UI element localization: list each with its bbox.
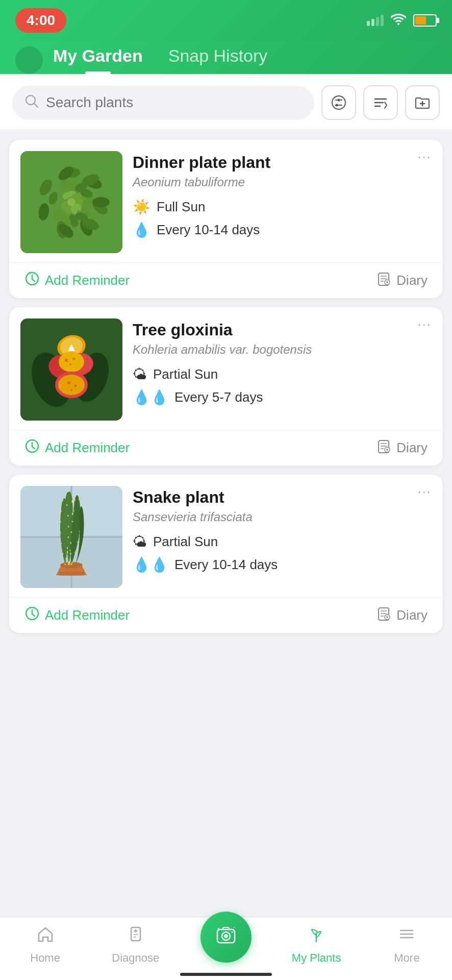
plant-card-dinner-plate: Dinner plate plant Aeonium tabuliforme ☀… [9,140,443,298]
battery-icon [413,14,437,27]
water-icon-dinner-plate: 💧 [133,222,150,238]
diary-button-snake-plant[interactable]: Diary [376,606,428,625]
plant-sun-dinner-plate: ☀️ Full Sun [133,199,432,215]
nav-tabs: My Garden Snap History [53,46,267,74]
camera-icon [215,923,237,950]
plant-image-tree-gloxinia [20,318,122,421]
header-nav: My Garden Snap History [15,46,437,74]
plant-image-dinner-plate [20,151,122,253]
sun-icon-dinner-plate: ☀️ [133,199,150,215]
diary-button-dinner-plate[interactable]: Diary [376,271,428,290]
home-indicator [180,973,272,976]
plant-info-tree-gloxinia: Tree gloxinia Kohleria amabilis var. bog… [133,318,432,421]
water-label-snake-plant: Every 10-14 days [174,557,278,573]
water-label-dinner-plate: Every 10-14 days [157,222,260,238]
add-reminder-label-tree-gloxinia: Add Reminder [45,440,130,456]
tab-my-garden[interactable]: My Garden [53,46,143,74]
plant-card-main: Dinner plate plant Aeonium tabuliforme ☀… [9,140,443,262]
svg-point-65 [69,363,71,365]
diary-icon-snake-plant [376,606,391,625]
more-menu-snake-plant[interactable]: ··· [417,484,432,500]
svg-point-62 [59,352,84,372]
diary-label-tree-gloxinia: Diary [396,440,428,456]
status-icons [367,13,437,29]
sun-icon-tree-gloxinia: 🌤 [133,366,147,383]
add-reminder-button-snake-plant[interactable]: Add Reminder [24,606,130,625]
svg-point-44 [92,197,110,207]
plant-info-dinner-plate: Dinner plate plant Aeonium tabuliforme ☀… [133,151,432,253]
svg-point-67 [58,375,85,395]
plant-latin-snake-plant: Sansevieria trifasciata [133,510,432,524]
svg-point-69 [74,385,77,387]
plant-card-footer-dinner-plate: Add Reminder Diary [9,262,443,298]
nav-camera-button[interactable] [200,912,252,963]
sun-label-snake-plant: Partial Sun [153,534,218,550]
more-menu-tree-gloxinia[interactable]: ··· [417,316,432,332]
svg-point-70 [70,389,72,391]
nav-my-plants-label: My Plants [292,951,341,965]
diagnose-icon [126,924,145,948]
plant-card-footer-tree-gloxinia: Add Reminder Diary [9,430,443,465]
plant-water-tree-gloxinia: 💧💧 Every 5-7 days [133,389,432,406]
nav-more[interactable]: More [381,924,432,965]
search-area [0,74,452,130]
nav-diagnose-label: Diagnose [112,951,159,965]
reminder-icon-snake-plant [24,606,40,625]
nav-home-label: Home [30,951,60,965]
nav-my-plants[interactable]: My Plants [291,924,342,965]
svg-point-105 [234,927,235,928]
wifi-icon [391,13,406,29]
plant-sun-snake-plant: 🌤 Partial Sun [133,533,432,550]
history-filter-button[interactable] [321,85,356,120]
plant-name-tree-gloxinia: Tree gloxinia [133,321,432,339]
plant-sun-tree-gloxinia: 🌤 Partial Sun [133,366,432,383]
nav-home[interactable]: Home [20,924,71,965]
svg-rect-95 [131,927,140,941]
plant-card-snake-plant: Snake plant Sansevieria trifasciata 🌤 Pa… [9,475,443,633]
plant-name-snake-plant: Snake plant [133,488,432,507]
more-menu-dinner-plate[interactable]: ··· [417,149,432,165]
plant-name-dinner-plate: Dinner plate plant [133,153,432,172]
plant-list: Dinner plate plant Aeonium tabuliforme ☀… [0,130,452,643]
sort-button[interactable] [363,85,398,120]
diary-label-dinner-plate: Diary [396,273,428,288]
sun-icon-snake-plant: 🌤 [133,533,147,550]
add-reminder-label-dinner-plate: Add Reminder [45,273,130,288]
plant-latin-tree-gloxinia: Kohleria amabilis var. bogotensis [133,342,432,357]
water-label-tree-gloxinia: Every 5-7 days [174,389,263,405]
plant-card-main-snake: Snake plant Sansevieria trifasciata 🌤 Pa… [9,475,443,597]
add-reminder-button-tree-gloxinia[interactable]: Add Reminder [24,438,130,457]
add-reminder-button-dinner-plate[interactable]: Add Reminder [24,271,130,290]
diary-button-tree-gloxinia[interactable]: Diary [376,438,428,457]
tab-snap-history[interactable]: Snap History [168,46,268,74]
plant-image-snake-plant [20,486,122,588]
plant-card-tree-gloxinia: Tree gloxinia Kohleria amabilis var. bog… [9,307,443,465]
diary-icon-tree-gloxinia [376,438,391,457]
nav-more-label: More [394,951,419,965]
add-reminder-label-snake-plant: Add Reminder [45,607,130,623]
battery-fill [415,16,426,24]
diary-label-snake-plant: Diary [396,607,428,623]
water-icon-snake-plant: 💧💧 [133,556,168,573]
plant-latin-dinner-plate: Aeonium tabuliforme [133,175,432,189]
avatar [15,46,43,74]
home-icon [36,924,55,948]
nav-diagnose[interactable]: Diagnose [110,924,161,965]
search-input[interactable] [46,94,302,111]
plant-card-footer-snake-plant: Add Reminder Diary [9,597,443,633]
sun-label-tree-gloxinia: Partial Sun [153,366,218,382]
status-bar: 4:00 [0,0,452,41]
content-scroll: Dinner plate plant Aeonium tabuliforme ☀… [0,74,452,725]
svg-point-104 [217,928,219,929]
status-time: 4:00 [15,8,66,33]
my-plants-icon [307,924,326,948]
sun-label-dinner-plate: Full Sun [157,199,205,215]
diary-icon-dinner-plate [376,271,391,290]
add-folder-button[interactable] [405,85,440,120]
bottom-nav: Home Diagnose [0,917,452,980]
search-box[interactable] [12,86,314,120]
svg-point-64 [73,358,76,360]
svg-point-103 [231,931,233,933]
search-icon [24,94,39,112]
plant-info-snake-plant: Snake plant Sansevieria trifasciata 🌤 Pa… [133,486,432,588]
